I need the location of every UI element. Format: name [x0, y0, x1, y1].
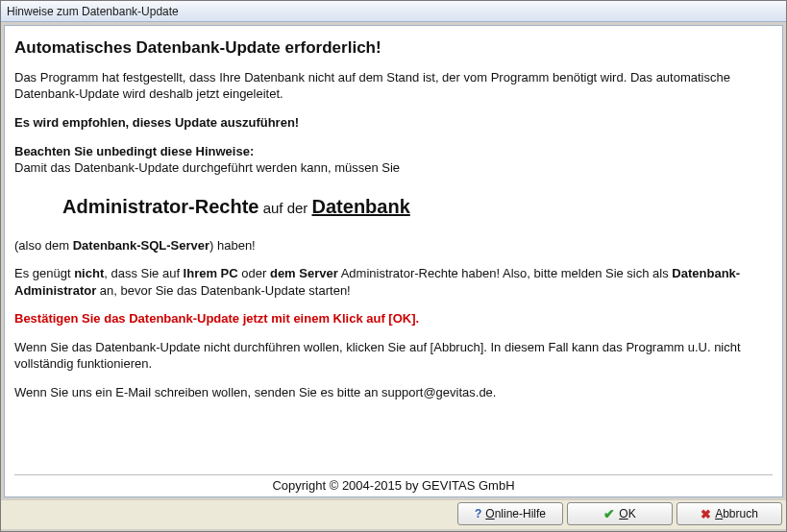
copyright-text: Copyright © 2004-2015 by GEVITAS GmbH [14, 474, 773, 493]
online-help-button[interactable]: ? Online-Hilfe [457, 502, 563, 525]
window-titlebar: Hinweise zum Datenbank-Update [1, 1, 786, 22]
cancel-button[interactable]: ✖ Abbruch [676, 502, 782, 525]
window-title: Hinweise zum Datenbank-Update [7, 5, 179, 18]
help-icon: ? [475, 507, 481, 520]
notice-text: Damit das Datenbank-Update durchgeführt … [14, 160, 400, 175]
close-icon: ✖ [701, 507, 711, 521]
recommend-paragraph: Es wird empfohlen, dieses Update auszufü… [14, 114, 773, 132]
sql-server-paragraph: (also dem Datenbank-SQL-Server) haben! [14, 237, 773, 254]
notice-heading: Beachten Sie unbedingt diese Hinweise: [14, 144, 254, 158]
admin-rights-label: Administrator-Rechte [62, 196, 258, 217]
admin-mid-text: auf der [258, 200, 311, 216]
notice-paragraph: Beachten Sie unbedingt diese Hinweise: D… [14, 143, 773, 177]
confirm-instruction: Bestätigen Sie das Datenbank-Update jetz… [14, 310, 773, 327]
admin-rights-line: Administrator-Rechte auf der Datenbank [62, 194, 773, 220]
email-paragraph: Wenn Sie uns ein E-Mail schreiben wollen… [14, 384, 773, 401]
button-bar: ? Online-Hilfe ✔ OK ✖ Abbruch [1, 500, 786, 529]
page-title: Automatisches Datenbank-Update erforderl… [14, 37, 773, 60]
not-enough-paragraph: Es genügt nicht, dass Sie auf Ihrem PC o… [14, 265, 773, 299]
check-icon: ✔ [603, 506, 615, 521]
database-label: Datenbank [312, 196, 410, 217]
abort-paragraph: Wenn Sie das Datenbank-Update nicht durc… [14, 339, 773, 373]
content-scroll: Automatisches Datenbank-Update erforderl… [14, 34, 773, 472]
ok-button[interactable]: ✔ OK [567, 502, 673, 525]
intro-paragraph: Das Programm hat festgestellt, dass Ihre… [14, 69, 773, 103]
content-panel: Automatisches Datenbank-Update erforderl… [4, 25, 783, 497]
